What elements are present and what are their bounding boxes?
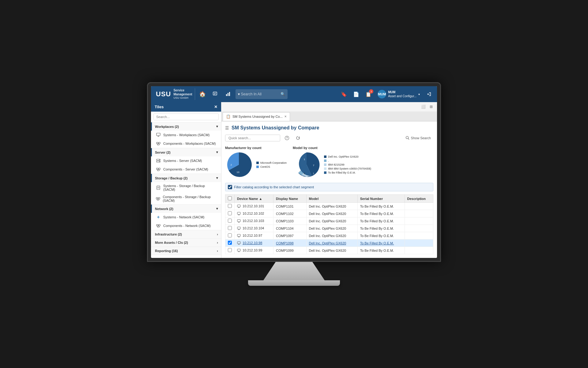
sidebar-group-storage-header[interactable]: Storage / Backup (2) ▾ (151, 174, 221, 182)
row-checkbox[interactable] (228, 204, 232, 208)
active-tab[interactable]: 📋 SM Systems Unassigned by Co... × (223, 112, 290, 121)
user-info: MUM Asset and Configur... (388, 90, 417, 98)
manufacturer-legend: Microsoft Corporation CentOS (256, 161, 287, 168)
description-cell (405, 217, 433, 225)
grid-view-button[interactable]: ⊞ (428, 103, 435, 110)
model-cell: Dell Inc. OptiPlex GX620 (306, 203, 357, 210)
filter-row: Filter catalog according to the selected… (225, 183, 433, 191)
device-link[interactable]: 10.212.10.98 (243, 241, 262, 245)
global-search[interactable]: ▾ 🔍 (236, 89, 288, 99)
sidebar-item-systems-server[interactable]: Systems - Server (SACM) (151, 156, 221, 165)
sidebar-item-components-server[interactable]: Components - Server (SACM) (151, 165, 221, 174)
sidebar-close-btn[interactable]: ✕ (214, 105, 217, 109)
serial-number-cell: To Be Filled By O.E.M. (357, 232, 405, 240)
document-button[interactable]: 📄 (351, 89, 362, 100)
sidebar-header: Tiles ✕ (151, 102, 221, 112)
svg-rect-17 (159, 168, 160, 170)
sidebar-group-server-header[interactable]: Server (2) ▾ (151, 148, 221, 156)
sidebar-group-reporting-header[interactable]: Reporting (16) › (151, 247, 221, 255)
sidebar-group-workplaces-header[interactable]: Workplaces (2) ▾ (151, 122, 221, 131)
bookmark-button[interactable]: 🔖 (338, 89, 349, 100)
col-serial[interactable]: Serial Number (357, 195, 405, 203)
components-workplaces-label: Components - Workplaces (SACM) (163, 142, 216, 145)
col-display-name[interactable]: Display Name (273, 195, 306, 203)
sidebar-item-systems-workplaces[interactable]: Systems - Workplaces (SACM) (151, 131, 221, 139)
row-checkbox[interactable] (228, 219, 232, 223)
content-area: ☰ SM Systems Unassigned by Compare (221, 121, 437, 258)
chart-button[interactable] (223, 89, 234, 100)
sidebar-group-network-header[interactable]: Network (2) ▾ (151, 205, 221, 213)
description-cell (405, 225, 433, 232)
user-menu[interactable]: MUM MUM Asset and Configur... ▾ (375, 89, 422, 100)
storage-chevron-icon: ▾ (216, 176, 218, 180)
sidebar-item-components-network[interactable]: Components - Network (SACM) (151, 221, 221, 230)
search-input[interactable] (241, 92, 279, 96)
device-name-cell: 10.212.10.102 (235, 210, 273, 217)
svg-text:1: 1 (304, 158, 305, 161)
svg-rect-0 (213, 92, 217, 95)
home-button[interactable]: 🏠 (197, 89, 208, 100)
col-description[interactable]: Description (405, 195, 433, 203)
select-all-checkbox[interactable] (228, 196, 232, 200)
svg-rect-23 (158, 197, 160, 199)
quick-search-input[interactable] (225, 135, 280, 141)
server-chevron-icon: ▾ (216, 150, 218, 154)
legend-dot-microsoft (256, 162, 259, 164)
filter-label: Filter catalog according to the selected… (234, 185, 314, 189)
sidebar-group-network: Network (2) ▾ Systems - Network (SACM) (151, 205, 221, 230)
sidebar-group-infrastructure-header[interactable]: Infrastructure (2) › (151, 230, 221, 238)
table-row: 10.212.10.99 COMP1099 Dell Inc. OptiPlex… (225, 247, 433, 254)
user-avatar: MUM (378, 90, 386, 98)
hamburger-icon[interactable]: ☰ (225, 125, 229, 130)
components-server-icon (156, 167, 161, 172)
model-cell: Dell Inc. OptiPlex GX620 (306, 240, 357, 247)
sidebar-item-components-workplaces[interactable]: Components - Workplaces (SACM) (151, 139, 221, 148)
col-model[interactable]: Model (306, 195, 357, 203)
row-checkbox[interactable] (228, 241, 232, 245)
row-checkbox[interactable] (228, 248, 232, 252)
table-row: 10.212.10.97 COMP1097 Dell Inc. OptiPlex… (225, 232, 433, 240)
display-name-cell: COMP1099 (273, 247, 306, 254)
notifications-button[interactable]: 📋 3 (363, 89, 374, 100)
sidebar-group-more-assets-header[interactable]: More Assets / Cls (2) › (151, 239, 221, 247)
serial-link[interactable]: To Be Filled By O.E.M. (360, 241, 394, 245)
sidebar-item-systems-storage[interactable]: Systems - Storage / Backup (SACM) (151, 182, 221, 193)
table-row: 10.212.10.103 COMP1103 Dell Inc. OptiPle… (225, 217, 433, 225)
svg-rect-5 (229, 92, 230, 96)
col-device-name[interactable]: Device Name ▲ (235, 195, 273, 203)
sidebar-item-systems-network[interactable]: Systems - Network (SACM) (151, 213, 221, 221)
network-group-label: Network (2) (155, 207, 173, 211)
device-name-cell: 10.212.10.97 (235, 232, 273, 240)
main-area: ⬜ ⊞ 📋 SM Systems Unassigned by Co... × (221, 102, 437, 258)
logout-button[interactable] (424, 89, 435, 100)
sidebar-group-server: Server (2) ▾ Systems - Server (SACM) (151, 148, 221, 174)
edit-button[interactable] (210, 89, 221, 100)
components-workplaces-icon (156, 141, 161, 146)
description-cell (405, 210, 433, 217)
content-title: SM Systems Unassigned by Compare (232, 125, 319, 131)
filter-checkbox[interactable] (228, 185, 232, 189)
sidebar-group-reporting: Reporting (16) › (151, 247, 221, 255)
logo-text: Service Management USU GmbH (173, 88, 192, 100)
tab-close-button[interactable]: × (285, 115, 287, 118)
help-button[interactable] (283, 134, 291, 142)
legend-item-ibm1: IBM 8215299 (324, 163, 371, 166)
display-link[interactable]: COMP1098 (276, 241, 293, 245)
sidebar-title: Tiles (155, 105, 164, 109)
refresh-button[interactable] (294, 134, 302, 142)
server-group-label: Server (2) (155, 151, 171, 154)
svg-point-32 (406, 136, 408, 139)
sidebar-item-components-storage[interactable]: Components - Storage / Backup (SACM) (151, 193, 221, 204)
description-cell (405, 232, 433, 240)
sidebar-search-input[interactable] (153, 113, 219, 120)
restore-button[interactable]: ⬜ (420, 103, 427, 110)
model-link[interactable]: Dell Inc. OptiPlex GX620 (309, 241, 346, 245)
row-checkbox[interactable] (228, 233, 232, 237)
display-name-cell: COMP1103 (273, 217, 306, 225)
serial-number-cell: To Be Filled By O.E.M. (357, 240, 405, 247)
storage-group-label: Storage / Backup (2) (155, 176, 187, 180)
row-checkbox[interactable] (228, 226, 232, 230)
svg-rect-10 (159, 142, 160, 144)
show-search-button[interactable]: Show Search (403, 135, 433, 141)
row-checkbox[interactable] (228, 211, 232, 215)
